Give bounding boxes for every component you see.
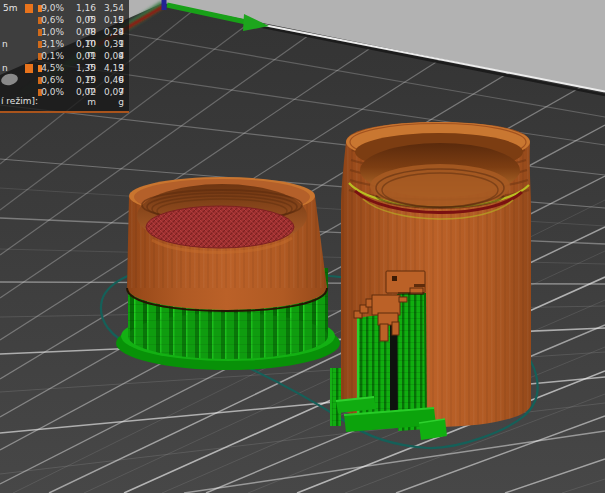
- length-value: 0,02 m: [66, 87, 96, 107]
- percent-value: 4,5%: [40, 63, 64, 73]
- feature-name-fragment: n: [2, 63, 8, 73]
- percent-value: 9,0%: [40, 3, 64, 13]
- color-swatch: [25, 64, 33, 73]
- legend-row: 0,6% 0,05 m 0,15 g: [0, 15, 129, 26]
- percent-value: 0,0%: [40, 87, 64, 97]
- color-swatch: [25, 4, 33, 13]
- feature-name-fragment: n: [2, 39, 8, 49]
- weight-value: 0,07 g: [97, 87, 124, 107]
- print-mode-label-fragment: í režim]:: [1, 96, 38, 106]
- lid-red-infill: [146, 206, 294, 248]
- legend-row: n 3,1% 0,10 m 0,31 g: [0, 39, 129, 50]
- percent-value: 0,6%: [40, 15, 64, 25]
- percent-value: 1,0%: [40, 27, 64, 37]
- filament-usage-legend: 5m 9,0% 1,16 m 3,54 g 0,6% 0,05 m 0,15 g…: [0, 0, 129, 113]
- legend-row: 1,0% 0,08 m 0,24 g: [0, 27, 129, 38]
- legend-row: 5m 9,0% 1,16 m 3,54 g: [0, 3, 129, 14]
- legend-row: 0,6% 0,15 m 0,46 g: [0, 75, 129, 86]
- legend-row: n 4,5% 1,35 m 4,13 g: [0, 63, 129, 74]
- percent-value: 0,1%: [40, 51, 64, 61]
- legend-row: 0,1% 0,01 m 0,04 g: [0, 51, 129, 62]
- percent-value: 0,6%: [40, 75, 64, 85]
- model-lid-with-supports[interactable]: [116, 177, 340, 370]
- model-jar-with-dino[interactable]: [330, 122, 531, 440]
- support-back-sliver: [330, 368, 341, 426]
- feature-name-fragment: 5m: [3, 3, 18, 13]
- percent-value: 3,1%: [40, 39, 64, 49]
